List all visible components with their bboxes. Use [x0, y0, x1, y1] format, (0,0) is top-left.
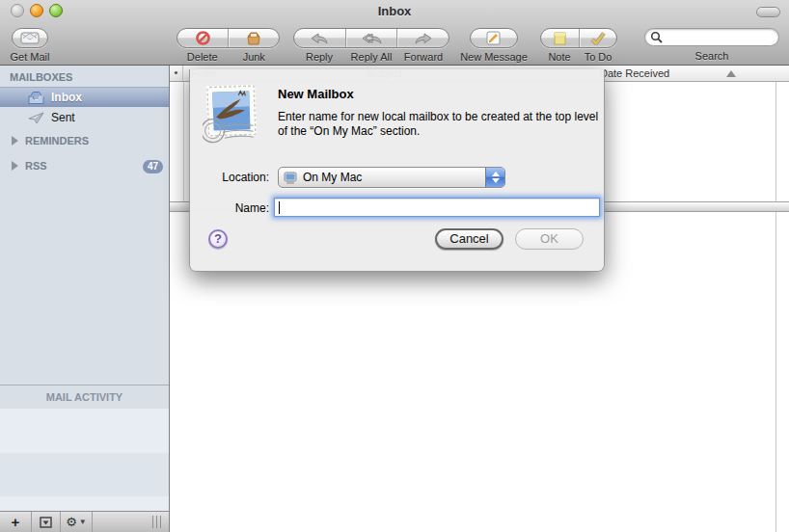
toolbar-toggle-button[interactable] — [756, 7, 780, 17]
sidebar-item-sent[interactable]: Sent — [0, 108, 169, 127]
reveal-pane-icon — [40, 517, 52, 528]
get-mail-label: Get Mail — [6, 51, 54, 63]
reply-arrow-icon — [311, 33, 328, 44]
reply-button[interactable] — [294, 29, 345, 47]
column-header-date-received[interactable]: Date Received — [600, 67, 669, 79]
search-input[interactable] — [644, 28, 779, 46]
forward-arrow-icon — [415, 33, 432, 44]
note-button[interactable] — [541, 29, 579, 47]
dialog-message: Enter name for new local mailbox to be c… — [278, 110, 600, 139]
text-caret — [279, 201, 280, 214]
delete-junk-group: Delete Junk — [177, 28, 280, 63]
popup-stepper-icon — [485, 168, 504, 187]
prohibition-icon — [196, 31, 210, 45]
sent-label: Sent — [51, 111, 75, 124]
cancel-button[interactable]: Cancel — [435, 228, 503, 250]
mailboxes-header: MAILBOXES — [10, 71, 72, 83]
junk-button[interactable] — [228, 29, 279, 47]
search-area: Search — [644, 28, 779, 62]
name-input[interactable] — [274, 198, 600, 217]
mail-activity-row — [0, 453, 169, 496]
forward-button[interactable] — [396, 29, 449, 47]
rss-label: RSS — [25, 160, 47, 172]
message-list-area: • From Subject Date Received — [170, 66, 789, 532]
reply-all-label: Reply All — [345, 51, 397, 63]
note-todo-group: Note To Do — [540, 28, 617, 63]
sidebar-item-inbox[interactable]: Inbox — [0, 87, 169, 107]
reply-all-button[interactable] — [345, 29, 397, 47]
search-label: Search — [644, 50, 779, 62]
titlebar-toolbar: Inbox Get Mail Delete Ju — [0, 0, 789, 66]
dialog-title: New Mailbox — [278, 87, 354, 101]
reply-label: Reply — [293, 51, 345, 63]
location-label: Location: — [190, 171, 269, 184]
location-value: On My Mac — [303, 171, 362, 184]
sort-ascending-icon — [726, 70, 736, 77]
status-column-header[interactable]: • — [170, 66, 183, 81]
reply-all-arrow-icon — [361, 33, 382, 44]
add-mailbox-button[interactable]: + — [0, 512, 32, 532]
rss-unread-badge: 47 — [143, 160, 163, 173]
scrollbar-track-border — [775, 82, 776, 532]
delete-button[interactable] — [177, 29, 228, 47]
compose-icon — [471, 29, 517, 47]
sidebar-bottom-bar: + ⚙▼ — [0, 511, 169, 532]
sidebar-group-rss[interactable]: RSS — [12, 160, 47, 172]
column-divider — [183, 82, 184, 201]
reply-group: Reply Reply All Forward — [293, 28, 449, 63]
action-menu-button[interactable]: ⚙▼ — [61, 512, 93, 532]
paper-plane-icon — [28, 111, 44, 125]
junk-box-icon — [246, 32, 261, 45]
envelope-icon — [13, 29, 47, 47]
inbox-tray-icon — [28, 91, 44, 105]
pane-resize-grip[interactable] — [152, 516, 163, 528]
new-message-label: New Message — [446, 51, 542, 63]
mail-app-icon — [203, 84, 258, 144]
mail-activity-row — [0, 409, 169, 453]
mail-activity-row — [0, 496, 169, 511]
mail-window: Inbox Get Mail Delete Ju — [0, 0, 789, 532]
sidebar-group-reminders[interactable]: REMINDERS — [12, 135, 89, 146]
sticky-note-icon — [554, 32, 566, 45]
computer-icon — [284, 172, 297, 184]
get-mail-button[interactable]: Get Mail — [6, 28, 54, 63]
note-label: Note — [540, 51, 579, 63]
todo-label: To Do — [579, 51, 617, 63]
forward-label: Forward — [397, 51, 449, 63]
disclosure-triangle-icon[interactable] — [12, 136, 18, 146]
todo-button[interactable] — [579, 29, 617, 47]
name-label: Name: — [190, 201, 269, 215]
new-message-button[interactable]: New Message — [446, 28, 542, 63]
show-mail-activity-button[interactable] — [32, 512, 61, 532]
chevron-down-icon: ▼ — [79, 518, 87, 526]
new-mailbox-dialog: New Mailbox Enter name for new local mai… — [189, 69, 605, 272]
sidebar: MAILBOXES Inbox Sent REMINDERS RSS 47 MA… — [0, 66, 170, 532]
junk-label: Junk — [229, 51, 281, 63]
delete-label: Delete — [177, 51, 229, 63]
inbox-label: Inbox — [51, 91, 82, 104]
help-button[interactable]: ? — [208, 229, 228, 249]
location-popup[interactable]: On My Mac — [278, 167, 505, 188]
reminders-label: REMINDERS — [25, 135, 89, 146]
disclosure-triangle-icon[interactable] — [12, 161, 18, 171]
gear-icon: ⚙ — [66, 515, 77, 529]
ok-button[interactable]: OK — [515, 228, 584, 250]
window-title: Inbox — [0, 4, 789, 18]
checkmark-icon — [590, 32, 606, 45]
mail-activity-header: MAIL ACTIVITY — [0, 386, 169, 409]
search-icon — [650, 31, 663, 43]
